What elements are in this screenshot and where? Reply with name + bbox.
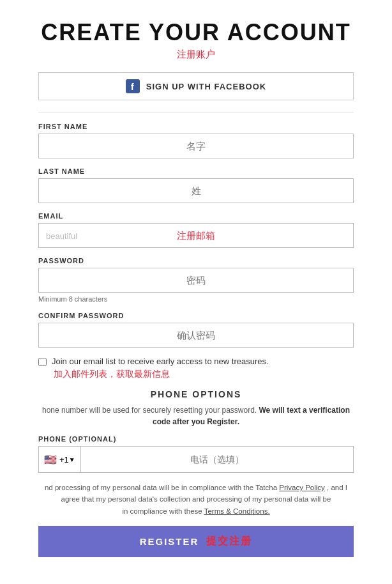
- phone-input-row: 🇺🇸 +1 ▼: [38, 446, 354, 473]
- phone-label: PHONE (OPTIONAL): [38, 435, 354, 443]
- flag-icon: 🇺🇸: [44, 454, 57, 466]
- facebook-signup-button[interactable]: f SIGN UP WITH FACEBOOK: [38, 72, 354, 100]
- email-list-label-cn: 加入邮件列表，获取最新信息: [54, 369, 354, 380]
- first-name-input[interactable]: [38, 134, 354, 158]
- register-button[interactable]: REGISTER 提交注册: [38, 526, 354, 557]
- page-subtitle-cn: 注册账户: [38, 49, 354, 61]
- password-hint: Minimum 8 characters: [38, 295, 354, 303]
- phone-input[interactable]: [80, 446, 354, 473]
- register-label-cn: 提交注册: [206, 535, 252, 548]
- last-name-input[interactable]: [38, 178, 354, 203]
- last-name-label: LAST NAME: [38, 167, 354, 175]
- first-name-label: FIRST NAME: [38, 123, 354, 130]
- privacy-notice: nd processing of my personal data will b…: [38, 482, 354, 517]
- phone-notice: hone number will be used for securely re…: [38, 404, 354, 427]
- email-input[interactable]: [38, 223, 354, 248]
- email-list-checkbox[interactable]: [38, 358, 47, 366]
- phone-country-select[interactable]: 🇺🇸 +1 ▼: [38, 446, 80, 473]
- email-group: EMAIL beautiful 注册邮箱: [38, 212, 354, 248]
- phone-section-title: PHONE OPTIONS: [38, 389, 354, 399]
- facebook-button-label: SIGN UP WITH FACEBOOK: [146, 82, 266, 91]
- password-label: PASSWORD: [38, 257, 354, 265]
- confirm-password-group: CONFIRM PASSWORD: [38, 312, 354, 348]
- country-code: +1: [59, 455, 69, 465]
- privacy-text-compliance: in compliance with these: [122, 507, 204, 515]
- last-name-group: LAST NAME: [38, 167, 354, 203]
- terms-conditions-link[interactable]: Terms & Conditions.: [204, 507, 270, 515]
- password-group: PASSWORD Minimum 8 characters: [38, 257, 354, 303]
- email-list-label-en: Join our email list to receive early acc…: [52, 357, 269, 366]
- confirm-password-label: CONFIRM PASSWORD: [38, 312, 354, 319]
- privacy-policy-link[interactable]: Privacy Policy: [279, 484, 325, 491]
- confirm-password-input[interactable]: [38, 323, 354, 348]
- phone-group: PHONE (OPTIONAL) 🇺🇸 +1 ▼: [38, 435, 354, 473]
- facebook-icon: f: [126, 79, 140, 93]
- register-label-en: REGISTER: [140, 536, 199, 547]
- email-list-row: Join our email list to receive early acc…: [38, 357, 354, 366]
- divider: [38, 112, 354, 112]
- password-input[interactable]: [38, 268, 354, 293]
- privacy-text-before: nd processing of my personal data will b…: [45, 484, 277, 491]
- chevron-down-icon: ▼: [69, 456, 75, 463]
- first-name-group: FIRST NAME: [38, 123, 354, 158]
- phone-notice-text: hone number will be used for securely re…: [42, 406, 257, 415]
- email-label: EMAIL: [38, 212, 354, 220]
- page-title: CREATE YOUR ACCOUNT: [38, 19, 354, 46]
